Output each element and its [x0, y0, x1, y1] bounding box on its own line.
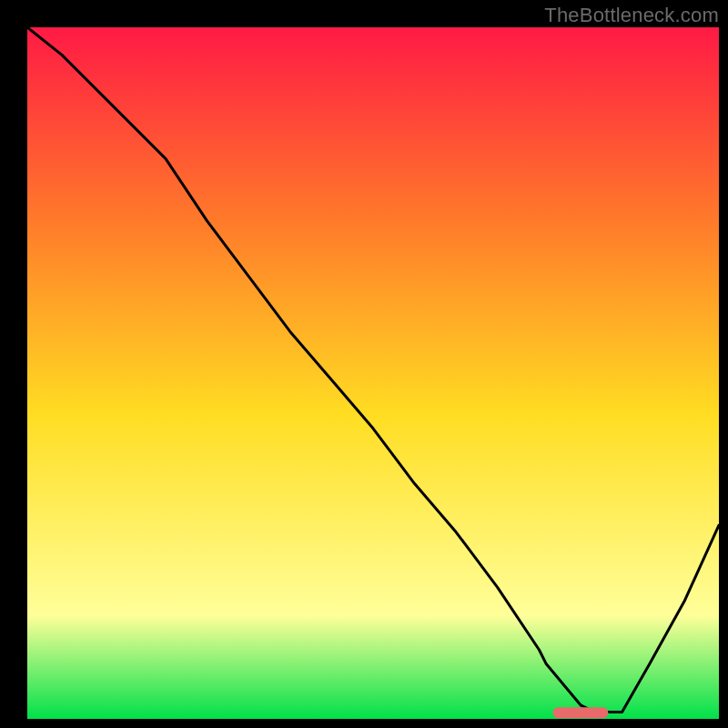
watermark-text: TheBottleneck.com	[544, 4, 719, 27]
chart-svg	[27, 27, 719, 719]
gradient-background	[27, 27, 719, 719]
chart-container	[27, 27, 719, 719]
optimal-marker	[553, 707, 609, 718]
